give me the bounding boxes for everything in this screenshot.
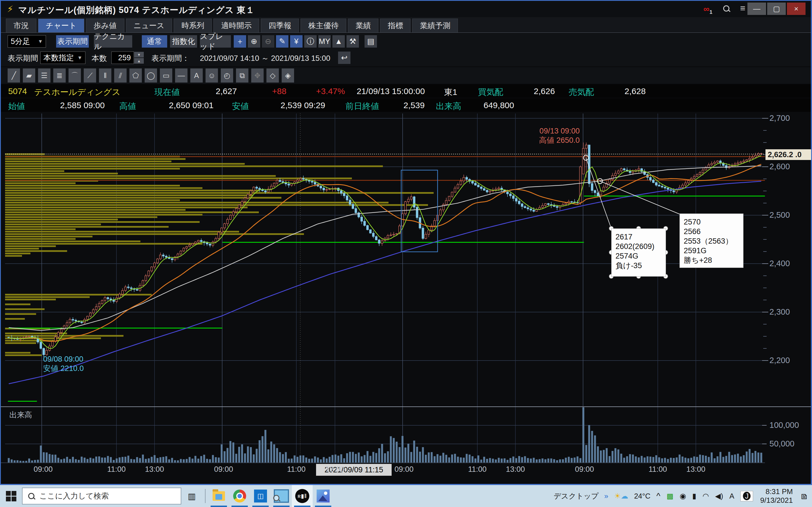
taskbar-search-input[interactable]: ここに入力して検索 xyxy=(22,488,181,504)
time-axis-label: 09:00 xyxy=(395,465,414,474)
search-icon xyxy=(28,492,35,500)
windows-taskbar: ここに入力して検索 ▥ ◫ ʀ▮‖ デスクトップ » ☀☁ 24°C ^ ▩◉▮… xyxy=(0,485,812,507)
taskbar-separator xyxy=(205,489,206,503)
time-axis-label: 11:00 xyxy=(287,465,306,474)
volume-axis-label: 100,000 xyxy=(769,420,799,430)
time-axis-label: 13:00 xyxy=(506,465,525,474)
wifi-tray-icon[interactable]: ◠ xyxy=(703,492,709,501)
speaker-tray-icon[interactable]: ◀) xyxy=(715,492,723,501)
high-annotation: 09/13 09:00 高値 2650.0 xyxy=(539,126,580,145)
search-placeholder: ここに入力して検索 xyxy=(40,491,109,501)
volume-pane-label: 出来高 xyxy=(9,410,32,420)
hidden-icons-chevron[interactable]: ^ xyxy=(656,491,660,501)
time-axis-label: 09:00 xyxy=(214,465,233,474)
tray-icons: ▩◉▮◠◀)A xyxy=(663,492,737,501)
weather-temp[interactable]: 24°C xyxy=(634,492,651,501)
task-view-button[interactable]: ▥ xyxy=(181,485,202,507)
taskbar-clock[interactable]: 8:31 PM 9/13/2021 xyxy=(760,487,793,505)
chrome-icon[interactable] xyxy=(229,485,250,507)
time-axis-label: 09:00 xyxy=(34,465,53,474)
note-box-2[interactable]: 2570 2566 2553（2563） 2591G 勝ち+28 xyxy=(679,214,744,268)
price-axis-label: 2,700 xyxy=(769,114,790,123)
system-tray: デスクトップ » ☀☁ 24°C ^ ▩◉▮◠◀)A J 8:31 PM 9/1… xyxy=(551,485,812,507)
note-box-1[interactable]: 2617 2602(2609) 2574G 負け-35 xyxy=(611,228,666,277)
mail-app-icon[interactable]: ◫ xyxy=(250,485,271,507)
clock-time: 8:31 PM xyxy=(760,487,793,496)
desktop-toolbar-label[interactable]: デスクトップ xyxy=(553,491,599,501)
time-axis-label: 11:00 xyxy=(107,465,126,474)
price-axis-label: 2,400 xyxy=(769,259,790,268)
time-axis-label: 09:00 xyxy=(575,465,594,474)
low-annotation: 09/08 09:00 安値 2210.0 xyxy=(43,355,84,373)
time-axis-label: 11:00 xyxy=(649,465,667,474)
price-axis-label: 2,200 xyxy=(769,356,790,365)
stock-tray-icon[interactable]: ▩ xyxy=(666,492,673,501)
time-axis-label: 13:00 xyxy=(145,465,164,474)
trading-app-icon[interactable]: ʀ▮‖ xyxy=(292,485,313,507)
price-axis-label: 2,500 xyxy=(769,210,790,220)
price-axis-label: 2,600 xyxy=(769,162,790,171)
time-axis-label: 11:00 xyxy=(468,465,487,474)
chevrons[interactable]: » xyxy=(604,492,608,501)
time-axis-label: 13:00 xyxy=(325,465,345,474)
app-window: ⚡ マルチツール(個別銘柄) 5074 テスホールディングス 東１ ∞1 ≡ —… xyxy=(0,0,812,485)
camera-tray-icon[interactable]: ◉ xyxy=(680,492,686,501)
file-explorer-icon[interactable] xyxy=(208,485,229,507)
photos-app-icon[interactable] xyxy=(313,485,334,507)
screen-search-app-icon[interactable] xyxy=(271,485,292,507)
ime-j-icon[interactable]: J xyxy=(741,491,753,501)
volume-axis-label: 50,000 xyxy=(769,439,795,448)
battery-tray-icon[interactable]: ▮ xyxy=(692,492,696,501)
time-axis-label: 13:00 xyxy=(686,465,705,474)
weather-icon[interactable]: ☀☁ xyxy=(614,492,628,501)
current-price-tag: 2,626.2 .0 xyxy=(765,149,811,160)
start-button[interactable] xyxy=(0,485,22,507)
clock-date: 9/13/2021 xyxy=(760,496,793,505)
ime-mode-tray-icon[interactable]: A xyxy=(729,492,734,501)
action-center-icon[interactable]: 🗈 xyxy=(800,491,809,501)
price-axis-label: 2,300 xyxy=(769,307,790,317)
